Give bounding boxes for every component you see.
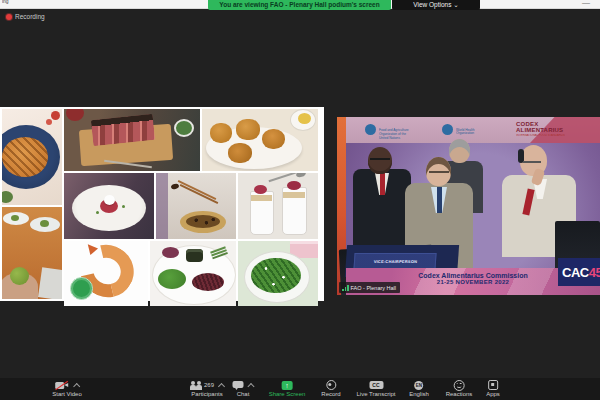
- chevron-up-icon[interactable]: [247, 382, 254, 389]
- participants-icon: [190, 381, 202, 390]
- audio-signal-icon: [342, 285, 349, 291]
- minimize-icon[interactable]: —: [582, 0, 590, 7]
- zoom-meeting-window: ing — You are viewing FAO - Plenary Hall…: [0, 0, 600, 400]
- meeting-toolbar: Start Video 269 Participants Chat ↑ Shar…: [0, 378, 600, 400]
- food-photo-plated-dessert: [64, 173, 154, 239]
- record-dot-icon: [6, 14, 12, 20]
- food-photo-parfait: [238, 173, 318, 239]
- apps-button[interactable]: Apps: [486, 379, 500, 398]
- record-icon: [326, 380, 336, 390]
- chevron-up-icon[interactable]: [73, 382, 80, 389]
- camera-off-icon: [55, 381, 69, 390]
- window-title: ing: [2, 0, 9, 5]
- backdrop-logo-banner: Food and Agriculture Organization of the…: [346, 117, 600, 143]
- food-photo-seaweed-plate: [150, 241, 236, 306]
- fao-logo-text: Food and Agriculture Organization of the…: [379, 129, 435, 140]
- chevron-up-icon[interactable]: [218, 382, 225, 389]
- food-photo-edible-insects: [156, 173, 236, 239]
- food-photo-hand-green-snack: [2, 207, 62, 299]
- who-logo: [442, 124, 453, 135]
- cac45-logo: CAC45: [558, 258, 600, 286]
- food-photo-seaweed-salad: [238, 241, 318, 306]
- chat-icon: [233, 381, 244, 390]
- apps-icon: [488, 380, 498, 390]
- record-button[interactable]: Record: [321, 379, 340, 398]
- language-en-icon: EN: [415, 381, 424, 390]
- participant-name-label: FAO - Plenary Hall: [339, 282, 400, 293]
- smiley-icon: [454, 380, 465, 391]
- interpretation-button[interactable]: EN English: [409, 379, 429, 398]
- food-photo-fritters: [202, 109, 318, 171]
- food-photo-fried-shrimp: [64, 241, 148, 306]
- food-photo-grilled-chicken: [2, 109, 62, 205]
- codex-logo: CODEX ALIMENTARIUS INTERNATIONAL FOOD ST…: [516, 121, 600, 143]
- share-screen-icon: ↑: [281, 381, 292, 390]
- closed-captions-icon: CC: [369, 381, 383, 389]
- participants-button[interactable]: 269 Participants: [190, 379, 224, 398]
- participants-count: 269: [204, 382, 214, 388]
- start-video-button[interactable]: Start Video: [52, 379, 82, 398]
- shared-screen-content: [0, 107, 324, 301]
- fao-logo: [365, 124, 376, 135]
- view-options-button[interactable]: View Options ⌄: [392, 0, 480, 10]
- reactions-button[interactable]: Reactions: [446, 379, 473, 398]
- video-feed-fao-plenary: Food and Agriculture Organization of the…: [337, 117, 600, 295]
- food-photo-steak: [64, 109, 200, 171]
- share-screen-button[interactable]: ↑ Share Screen: [269, 379, 306, 398]
- who-logo-text: World Health Organization: [456, 128, 504, 135]
- chat-button[interactable]: Chat: [233, 379, 254, 398]
- live-transcript-button[interactable]: CC Live Transcript: [356, 379, 395, 398]
- viewing-screen-banner: You are viewing FAO - Plenary Hall podiu…: [208, 0, 391, 10]
- recording-indicator: Recording: [6, 13, 45, 20]
- recording-label: Recording: [15, 13, 45, 20]
